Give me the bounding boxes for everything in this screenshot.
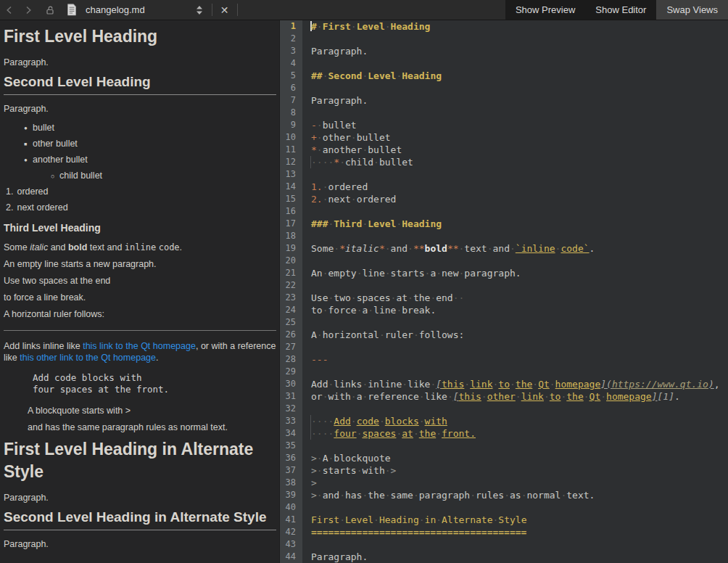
editor-line[interactable]: 43 (280, 538, 728, 551)
editor-line[interactable]: 3Paragraph. (280, 45, 728, 57)
line-number[interactable]: 32 (280, 403, 302, 415)
line-number[interactable]: 16 (280, 205, 302, 218)
line-content[interactable] (302, 107, 311, 119)
line-number[interactable]: 30 (280, 378, 302, 390)
line-content[interactable]: *·another·bullet (302, 144, 402, 156)
line-content[interactable]: 2.·next·ordered (302, 193, 396, 205)
editor-line[interactable]: 36>·A·blockquote (280, 452, 728, 464)
editor-line[interactable]: 10+·other·bullet (280, 131, 728, 144)
editor-line[interactable]: 18 (280, 230, 728, 242)
line-content[interactable] (302, 205, 311, 218)
line-number[interactable]: 39 (280, 489, 302, 501)
editor-line[interactable]: 6 (280, 82, 728, 94)
line-number[interactable]: 8 (280, 107, 302, 119)
editor-line[interactable]: 40 (280, 501, 728, 514)
editor-line[interactable]: 27 (280, 341, 728, 353)
editor-line[interactable]: 19Some·*italic*·and·**bold**·text·and·`i… (280, 242, 728, 255)
editor-line[interactable]: 11*·another·bullet (280, 144, 728, 156)
markdown-preview-pane[interactable]: First Level Heading Paragraph. Second Le… (0, 20, 280, 563)
line-content[interactable]: > (302, 477, 317, 489)
line-content[interactable] (302, 341, 311, 353)
line-number[interactable]: 41 (280, 514, 302, 526)
line-number[interactable]: 35 (280, 440, 302, 452)
line-content[interactable] (302, 82, 311, 94)
line-number[interactable]: 18 (280, 230, 302, 242)
editor-line[interactable]: 22 (280, 279, 728, 292)
editor-line[interactable]: 32 (280, 403, 728, 415)
line-number[interactable]: 6 (280, 82, 302, 94)
line-number[interactable]: 42 (280, 526, 302, 538)
line-number[interactable]: 10 (280, 131, 302, 144)
line-content[interactable]: +·other·bullet (302, 131, 391, 144)
document-split-dropdown[interactable] (190, 0, 209, 20)
editor-line[interactable]: 1#·First·Level·Heading (280, 20, 728, 33)
line-number[interactable]: 34 (280, 427, 302, 440)
line-number[interactable]: 44 (280, 551, 302, 563)
editor-line[interactable]: 141.·ordered (280, 181, 728, 193)
editor-line[interactable]: 9-·bullet (280, 119, 728, 131)
editor-line[interactable]: 5##·Second·Level·Heading (280, 70, 728, 82)
file-type-button[interactable] (62, 0, 81, 20)
editor-line[interactable]: 7Paragraph. (280, 94, 728, 107)
show-preview-button[interactable]: Show Preview (505, 0, 585, 20)
editor-line[interactable]: 13 (280, 168, 728, 181)
line-content[interactable] (302, 538, 311, 551)
editor-line[interactable]: 44Paragraph. (280, 551, 728, 563)
editor-line[interactable]: 35 (280, 440, 728, 452)
markdown-source-editor[interactable]: 1#·First·Level·Heading23Paragraph.45##·S… (280, 20, 728, 563)
line-number[interactable]: 13 (280, 168, 302, 181)
editor-line[interactable]: 25 (280, 316, 728, 329)
line-number[interactable]: 33 (280, 415, 302, 427)
line-number[interactable]: 7 (280, 94, 302, 107)
editor-line[interactable]: 33····Add·code·blocks·with (280, 415, 728, 427)
line-number[interactable]: 23 (280, 292, 302, 304)
line-content[interactable]: A·horizontal·ruler·follows: (302, 329, 464, 341)
line-content[interactable]: An·empty·line·starts·a·new·paragraph. (302, 267, 521, 279)
forward-button[interactable] (19, 0, 38, 20)
line-content[interactable]: ····Add·code·blocks·with (302, 415, 447, 427)
line-number[interactable]: 14 (280, 181, 302, 193)
editor-line[interactable]: 41First·Level·Heading·in·Alternate·Style (280, 514, 728, 526)
line-number[interactable]: 1 (280, 20, 302, 33)
line-number[interactable]: 4 (280, 57, 302, 70)
line-content[interactable]: ##·Second·Level·Heading (302, 70, 442, 82)
back-button[interactable] (0, 0, 19, 20)
line-content[interactable]: Use·two·spaces·at·the·end·· (302, 292, 464, 304)
line-number[interactable]: 28 (280, 353, 302, 366)
line-number[interactable]: 11 (280, 144, 302, 156)
line-content[interactable]: Paragraph. (302, 94, 368, 107)
editor-line[interactable]: 30Add·links·inline·like·[this·link·to·th… (280, 378, 728, 390)
line-content[interactable] (302, 230, 311, 242)
line-content[interactable] (302, 440, 311, 452)
line-number[interactable]: 9 (280, 119, 302, 131)
line-content[interactable]: ····*·child·bullet (302, 156, 413, 168)
line-content[interactable]: >·and·has·the·same·paragraph·rules·as·no… (302, 489, 595, 501)
line-content[interactable] (302, 33, 311, 45)
line-content[interactable] (302, 168, 311, 181)
editor-line[interactable]: 34····four·spaces·at·the·front. (280, 427, 728, 440)
editor-line[interactable]: 28--- (280, 353, 728, 366)
editor-line[interactable]: 16 (280, 205, 728, 218)
line-number[interactable]: 36 (280, 452, 302, 464)
editor-line[interactable]: 23Use·two·spaces·at·the·end·· (280, 292, 728, 304)
line-number[interactable]: 24 (280, 304, 302, 316)
editor-line[interactable]: 12····*·child·bullet (280, 156, 728, 168)
line-content[interactable]: -·bullet (302, 119, 357, 131)
swap-views-button[interactable]: Swap Views (656, 0, 728, 20)
editor-line[interactable]: 38> (280, 477, 728, 489)
line-content[interactable]: >·A·blockquote (302, 452, 391, 464)
open-file-name[interactable]: changelog.md (86, 4, 145, 15)
line-content[interactable] (302, 57, 311, 70)
lock-button[interactable] (38, 0, 62, 20)
editor-line[interactable]: 152.·next·ordered (280, 193, 728, 205)
line-number[interactable]: 27 (280, 341, 302, 353)
line-content[interactable] (302, 316, 311, 329)
line-number[interactable]: 21 (280, 267, 302, 279)
editor-line[interactable]: 2 (280, 33, 728, 45)
line-content[interactable] (302, 279, 311, 292)
line-number[interactable]: 19 (280, 242, 302, 255)
line-content[interactable]: ====================================== (302, 526, 526, 538)
line-content[interactable]: 1.·ordered (302, 181, 368, 193)
line-number[interactable]: 37 (280, 464, 302, 477)
line-number[interactable]: 2 (280, 33, 302, 45)
